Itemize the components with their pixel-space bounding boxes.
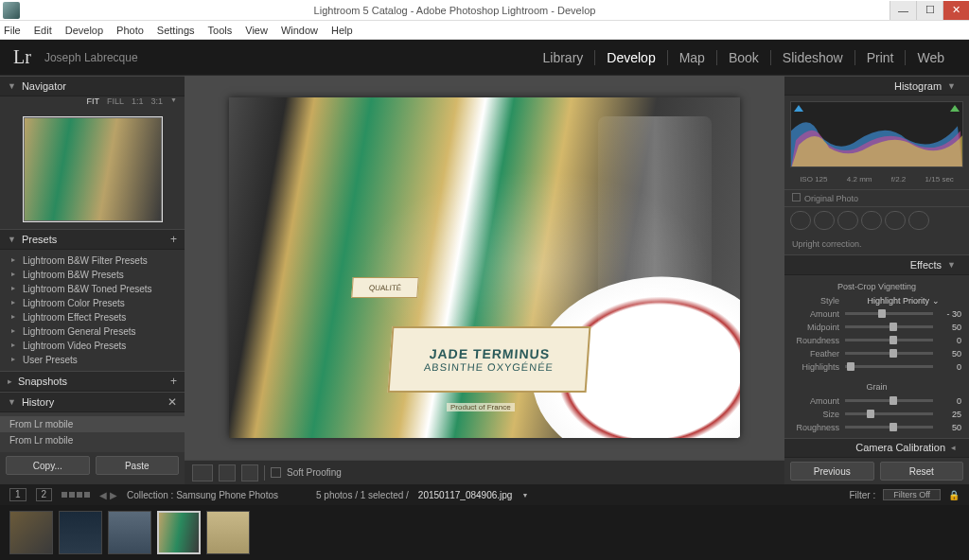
history-step[interactable]: From Lr mobile [0,416,185,432]
filmstrip-thumb[interactable] [206,511,250,554]
clear-history-icon[interactable]: ✕ [167,395,177,409]
preset-folder[interactable]: User Presets [0,353,185,367]
grain-value[interactable]: 0 [939,396,961,406]
preset-folder[interactable]: Lightroom B&W Toned Presets [0,282,185,296]
filmstrip-thumb[interactable] [59,511,102,554]
menu-edit[interactable]: Edit [34,25,52,36]
before-after-split-button[interactable] [241,464,258,481]
history-header[interactable]: ▼ History ✕ [0,392,185,412]
chevron-down-icon[interactable]: ▼ [521,492,528,499]
menu-tools[interactable]: Tools [208,25,233,36]
vignette-slider[interactable] [845,339,933,341]
module-book[interactable]: Book [717,50,771,65]
crop-tool[interactable] [790,211,811,230]
chevron-down-icon[interactable]: ▼ [170,96,177,106]
vignette-value[interactable]: 0 [939,336,961,345]
loupe-view-button[interactable] [192,464,213,481]
module-library[interactable]: Library [532,50,596,65]
grain-value[interactable]: 50 [939,423,961,432]
copy-button[interactable]: Copy... [6,456,90,475]
vignette-style-select[interactable]: Highlight Priority ⌄ [845,296,961,306]
vignette-value[interactable]: 50 [939,323,961,332]
nav-1-1[interactable]: 1:1 [132,96,144,106]
preset-folder[interactable]: Lightroom B&W Filter Presets [0,254,185,268]
module-map[interactable]: Map [668,50,717,65]
grain-slider[interactable] [845,399,933,402]
menu-develop[interactable]: Develop [65,25,103,36]
spot-tool[interactable] [814,211,835,230]
add-preset-icon[interactable]: + [170,233,177,246]
original-photo-checkbox[interactable] [792,193,801,201]
menu-file[interactable]: File [4,25,21,36]
add-snapshot-icon[interactable]: + [170,375,177,388]
left-panel: ▼ Navigator FIT FILL 1:1 3:1 ▼ ▼ Presets… [0,76,185,484]
grain-value[interactable]: 25 [939,410,961,419]
tool-hint: Upright correction. [784,234,969,254]
vignette-slider[interactable] [845,325,933,328]
filmstrip-thumb-selected[interactable] [157,511,201,554]
collection-path[interactable]: Collection : Samsung Phone Photos [127,490,278,500]
photo-text: QUALITÉ [351,277,419,298]
menu-view[interactable]: View [245,25,268,36]
nav-fit[interactable]: FIT [87,96,100,106]
radial-filter-tool[interactable] [885,211,906,230]
monitor-2-button[interactable]: 2 [36,488,53,501]
menu-photo[interactable]: Photo [116,25,144,36]
module-develop[interactable]: Develop [595,50,667,65]
vignette-slider[interactable] [845,365,933,368]
module-slideshow[interactable]: Slideshow [771,50,855,65]
filter-lock-icon[interactable]: 🔒 [948,490,960,500]
grain-slider[interactable] [845,426,933,429]
vignette-label: Roundness [792,336,839,345]
monitor-1-button[interactable]: 1 [9,488,26,501]
menu-window[interactable]: Window [281,25,318,36]
grain-slider[interactable] [845,412,933,415]
previous-button[interactable]: Previous [790,462,874,481]
current-filename: 20150117_084906.jpg [418,490,513,500]
filmstrip-thumb[interactable] [108,511,151,554]
redeye-tool[interactable] [837,211,858,230]
module-print[interactable]: Print [855,50,907,65]
preset-folder[interactable]: Lightroom Color Presets [0,296,185,310]
before-after-button[interactable] [219,464,236,481]
calibration-header[interactable]: Camera Calibration ◂ [784,438,969,458]
close-button[interactable]: ✕ [943,1,969,20]
paste-button[interactable]: Paste [96,456,180,475]
grad-filter-tool[interactable] [861,211,882,230]
preset-folder[interactable]: Lightroom Video Presets [0,339,185,353]
vignette-value[interactable]: 0 [939,362,961,372]
navigator-thumbnail[interactable] [24,117,162,221]
menu-settings[interactable]: Settings [157,25,195,36]
photo-canvas[interactable]: QUALITÉ JADE TERMINUS ABSINTHE OXYGÉNÉE … [229,97,740,438]
photo-text: Product of France [447,403,515,411]
preset-folder[interactable]: Lightroom B&W Presets [0,268,185,282]
preset-folder[interactable]: Lightroom General Presets [0,324,185,339]
soft-proofing-checkbox[interactable] [271,467,281,478]
identity-user[interactable]: Joseph Labrecque [44,51,138,64]
grid-icon[interactable] [62,492,90,498]
filmstrip-thumb[interactable] [9,511,53,554]
reset-button[interactable]: Reset [880,462,964,481]
presets-header[interactable]: ▼ Presets + [0,229,185,250]
filmstrip[interactable] [0,505,969,560]
preset-folder[interactable]: Lightroom Effect Presets [0,310,185,324]
vignette-slider[interactable] [845,312,933,315]
histogram-graph[interactable] [790,101,963,167]
navigator-header[interactable]: ▼ Navigator [0,76,185,96]
filter-select[interactable]: Filters Off [883,489,941,500]
history-step[interactable]: From Lr mobile [0,432,185,448]
minimize-button[interactable]: — [890,1,916,20]
brush-tool[interactable] [908,211,929,230]
menu-help[interactable]: Help [331,25,353,36]
navigator-title: Navigator [22,80,177,92]
vignette-slider[interactable] [845,352,933,355]
vignette-value[interactable]: 50 [939,349,961,359]
nav-fill[interactable]: FILL [107,96,124,106]
vignette-value[interactable]: - 30 [939,309,961,319]
effects-header[interactable]: Effects ▼ [784,254,969,274]
histogram-header[interactable]: Histogram ▼ [784,76,969,96]
nav-3-1[interactable]: 3:1 [151,96,164,106]
maximize-button[interactable]: ☐ [916,1,943,20]
snapshots-header[interactable]: ▸ Snapshots + [0,371,185,392]
module-web[interactable]: Web [906,50,956,65]
